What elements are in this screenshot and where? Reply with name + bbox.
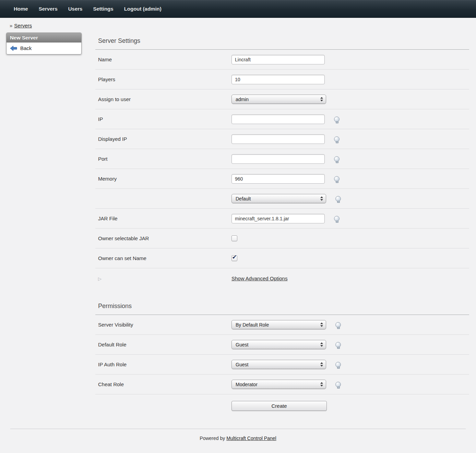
select-spinner-icon	[320, 342, 323, 347]
form-row-jar-file: JAR File	[95, 209, 469, 229]
port-hint-lightbulb-icon[interactable]	[334, 156, 340, 162]
sidebar-panel: New Server Back	[6, 33, 82, 54]
ip-auth-role-selected-value: Guest	[236, 362, 248, 367]
form-row-owner-can-set-name: Owner can set Name ✔	[95, 248, 469, 268]
assign-to-user-label: Assign to user	[95, 96, 231, 102]
footer: Powered by Multicraft Control Panel	[10, 429, 466, 451]
footer-link-multicraft[interactable]: Multicraft Control Panel	[226, 436, 276, 441]
cheat-role-select[interactable]: Moderator	[231, 380, 326, 389]
form-row-advanced-options: ▷ Show Advanced Options	[95, 268, 469, 288]
jar-preset-selected-value: Default	[236, 196, 251, 201]
server-visibility-label: Server Visibility	[95, 322, 231, 328]
form-row-players: Players	[95, 70, 469, 89]
form-row-ip: IP	[95, 109, 469, 129]
owner-can-set-name-checkbox[interactable]: ✔	[231, 255, 237, 261]
jar-preset-select[interactable]: Default	[231, 194, 326, 203]
select-spinner-icon	[320, 362, 323, 367]
show-advanced-options-link[interactable]: Show Advanced Options	[231, 276, 287, 281]
checkbox-checkmark: ✔	[232, 254, 237, 260]
default-role-label: Default Role	[95, 342, 231, 347]
form-row-create: Create	[95, 394, 469, 414]
default-role-hint-lightbulb-icon[interactable]	[335, 342, 341, 347]
form-row-owner-selectable-jar: Owner selectable JAR	[95, 229, 469, 248]
displayed-ip-input[interactable]	[231, 134, 325, 144]
form-row-cheat-role: Cheat Role Moderator	[95, 375, 469, 394]
select-spinner-icon	[320, 196, 323, 201]
form-row-name: Name	[95, 50, 469, 70]
displayed-ip-label: Displayed IP	[95, 136, 231, 142]
assign-to-user-select[interactable]: admin	[231, 95, 326, 104]
page: Home Servers Users Settings Logout (admi…	[0, 0, 476, 453]
form-row-jar-preset: Default	[95, 189, 469, 209]
ip-auth-role-hint-lightbulb-icon[interactable]	[335, 362, 341, 367]
form-row-memory: Memory	[95, 169, 469, 189]
port-input[interactable]	[231, 154, 325, 164]
assign-to-user-selected-value: admin	[236, 97, 249, 102]
select-spinner-icon	[320, 382, 323, 387]
nav-item-servers[interactable]: Servers	[39, 6, 58, 12]
port-label: Port	[95, 156, 231, 162]
default-role-selected-value: Guest	[236, 342, 248, 347]
displayed-ip-hint-lightbulb-icon[interactable]	[334, 136, 340, 142]
memory-input[interactable]	[231, 174, 325, 184]
jar-file-label: JAR File	[95, 216, 231, 221]
ip-label: IP	[95, 116, 231, 122]
ip-auth-role-select[interactable]: Guest	[231, 360, 326, 369]
server-visibility-selected-value: By Default Role	[236, 322, 269, 328]
players-label: Players	[95, 76, 231, 82]
footer-text: Powered by	[200, 436, 225, 441]
back-arrow-icon	[10, 46, 17, 51]
breadcrumb: »Servers	[0, 18, 476, 30]
ip-hint-lightbulb-icon[interactable]	[334, 117, 340, 122]
form-row-server-visibility: Server Visibility By Default Role	[95, 315, 469, 335]
top-nav: Home Servers Users Settings Logout (admi…	[0, 0, 476, 18]
name-input[interactable]	[231, 55, 325, 64]
players-input[interactable]	[231, 75, 325, 84]
cheat-role-label: Cheat Role	[95, 381, 231, 387]
owner-selectable-jar-label: Owner selectable JAR	[95, 235, 231, 241]
form-row-port: Port	[95, 149, 469, 169]
owner-selectable-jar-checkbox[interactable]	[231, 235, 237, 241]
server-settings-title: Server Settings	[95, 33, 469, 49]
server-visibility-hint-lightbulb-icon[interactable]	[335, 322, 341, 328]
permissions-form: Server Visibility By Default Role Defaul…	[95, 315, 469, 414]
cheat-role-selected-value: Moderator	[236, 382, 258, 387]
form-row-displayed-ip: Displayed IP	[95, 129, 469, 149]
sidebar-title: New Server	[7, 33, 81, 42]
back-button[interactable]: Back	[7, 42, 81, 54]
server-visibility-select[interactable]: By Default Role	[231, 320, 326, 329]
nav-item-home[interactable]: Home	[14, 6, 28, 12]
jar-file-hint-lightbulb-icon[interactable]	[334, 216, 340, 221]
cheat-role-hint-lightbulb-icon[interactable]	[335, 382, 341, 387]
default-role-select[interactable]: Guest	[231, 340, 326, 349]
memory-label: Memory	[95, 176, 231, 182]
name-label: Name	[95, 57, 231, 62]
jar-preset-hint-lightbulb-icon[interactable]	[335, 196, 341, 201]
form-row-ip-auth-role: IP Auth Role Guest	[95, 355, 469, 375]
nav-item-logout[interactable]: Logout (admin)	[124, 6, 162, 12]
jar-file-input[interactable]	[231, 214, 325, 223]
permissions-title: Permissions	[95, 298, 469, 315]
nav-item-users[interactable]: Users	[68, 6, 83, 12]
memory-hint-lightbulb-icon[interactable]	[334, 176, 340, 182]
create-button[interactable]: Create	[231, 401, 327, 411]
ip-auth-role-label: IP Auth Role	[95, 362, 231, 367]
select-spinner-icon	[320, 322, 323, 327]
form-row-assign-to-user: Assign to user admin	[95, 89, 469, 109]
breadcrumb-link-servers[interactable]: Servers	[14, 23, 32, 28]
breadcrumb-separator: »	[10, 23, 12, 28]
back-button-label: Back	[20, 45, 32, 51]
advanced-options-toggle-triangle-icon[interactable]: ▷	[98, 276, 102, 281]
ip-input[interactable]	[231, 114, 325, 124]
form-row-default-role: Default Role Guest	[95, 335, 469, 355]
nav-item-settings[interactable]: Settings	[93, 6, 113, 12]
main-content: Server Settings Name Players Assign t	[95, 33, 469, 414]
server-settings-form: Name Players Assign to user admin	[95, 50, 469, 288]
select-spinner-icon	[320, 97, 323, 101]
owner-can-set-name-label: Owner can set Name	[95, 255, 231, 261]
